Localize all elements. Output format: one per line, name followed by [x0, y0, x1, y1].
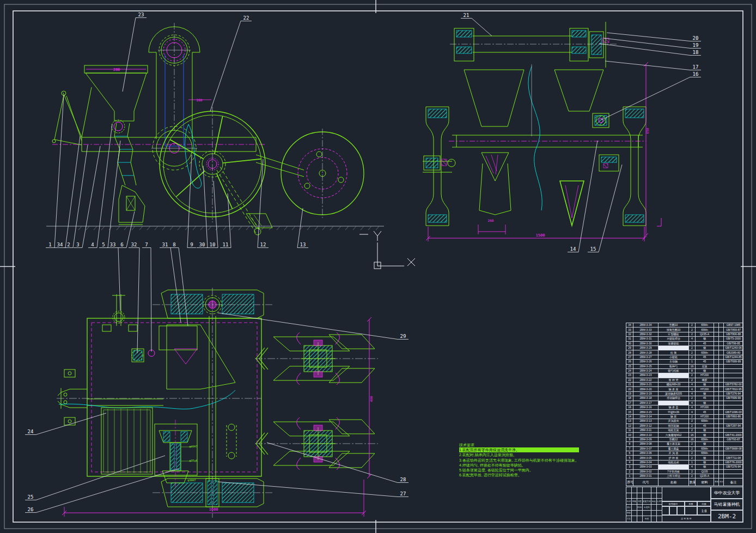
callout-5: 5 — [102, 242, 105, 247]
bom-row: 82BM-3-08覆土器支架2钢 — [626, 442, 743, 446]
bom-row: 162BM-3-16轴 承 盖4HT200 — [626, 405, 743, 410]
dimension-text: 260 — [488, 219, 494, 222]
bom-row: 152BM-3-15平键8×36445GB/T1096-03 — [626, 410, 743, 414]
callout-22: 22 — [243, 15, 249, 21]
note-item: 1.装配前所有零件用煤油清洗干净。 — [459, 447, 579, 452]
note-item: 5.链条张紧适度, 各链轮应位于同一平面内。 — [459, 468, 579, 473]
callout-6: 6 — [120, 242, 123, 247]
bom-row: 112BM-3-11地轮支架2钢 — [626, 428, 743, 432]
dimension-text: 260 — [197, 98, 203, 102]
callout-26: 26 — [28, 507, 34, 512]
note-item: 4.焊缝均匀, 焊接处不得有裂纹等缺陷。 — [459, 463, 579, 468]
mass-label: 质量 — [685, 501, 697, 506]
callout-8: 8 — [173, 242, 175, 247]
dimension-text: φ35g6 — [189, 459, 197, 463]
bom-row: 252BM-3-25取种勺16尼龙 — [626, 364, 743, 368]
bom-row: 122BM-3-12镇压轮轴245GB/T297-94 — [626, 423, 743, 428]
note-item: 3.各运动件运转灵活无卡滞现象, 工作部件与机架不得有干涉碰撞现象。 — [459, 458, 579, 463]
sheet-count: 共 张 第 张 — [662, 515, 711, 522]
bom-row: 132BM-3-13开沟器尖265Mn — [626, 419, 743, 423]
callout-33: 33 — [110, 242, 116, 247]
callout-10: 10 — [210, 242, 216, 247]
callout-25: 25 — [28, 494, 34, 500]
callout-3: 3 — [76, 242, 79, 247]
bom-row: 322BM-3-32U 型螺栓2Q235-AGB/T806-88 — [626, 332, 743, 336]
bom-row: 102BM-3-10六角螺母M1216钢GB/T41-2000 — [626, 433, 743, 437]
callout-29: 29 — [400, 334, 406, 339]
bom-row: 292BM-3-29排种链条2钢GB/T1243-06 — [626, 346, 743, 350]
callout-15: 15 — [590, 246, 596, 252]
bom-header-row: 序号代号名称数量材料单件总计备注 — [626, 479, 743, 486]
dimension-text: 200 — [113, 68, 120, 72]
bom-row: 192BM-3-19滚动轴承62054钢GB/T276-94 — [626, 391, 743, 396]
callout-12: 12 — [260, 242, 266, 247]
callout-32: 32 — [131, 242, 137, 247]
bom-row: 232BM-3-23排种轴承座2HT200 — [626, 373, 743, 378]
callout-16: 16 — [693, 71, 699, 77]
callout-30: 30 — [199, 242, 205, 247]
notes-title: 技术要求 — [459, 443, 579, 447]
bom-row: 282BM-3-28拉 簧265MnGB2089-80 — [626, 350, 743, 355]
callout-13: 13 — [300, 242, 306, 247]
dimension-text: 400 — [369, 396, 373, 402]
callout-27: 27 — [400, 491, 406, 496]
dimension-text: 1500 — [536, 233, 545, 238]
callout-23: 23 — [138, 12, 144, 17]
callout-4: 4 — [91, 242, 94, 247]
drawing-scale: 1:8 — [697, 506, 711, 515]
callout-11: 11 — [223, 242, 229, 247]
callout-19: 19 — [693, 43, 699, 48]
callout-18: 18 — [693, 50, 699, 55]
title-block-revision-grid: 标记处数分区更改文件号签名年月日设计2014-05标准化审核工艺批准 — [626, 487, 662, 522]
callout-17: 17 — [693, 64, 699, 70]
dimension-text: 1600 — [209, 507, 218, 512]
bom-row: 342BM-3-34垫圈10265MnGB97-1985 — [626, 323, 743, 328]
bom-table: 342BM-3-34垫圈10265MnGB97-1985332BM-3-33弹簧… — [626, 323, 743, 486]
bom-row: 42BM-3-04地轮总成1钢GB/T76-2000 — [626, 460, 743, 464]
callout-2: 2 — [67, 242, 70, 247]
bom-row: 202BM-3-20轴 承 座4HT200GB/T7810-95 — [626, 387, 743, 391]
bom-row: 242BM-3-24链勺托板8钢 — [626, 368, 743, 373]
bom-row: 262BM-3-26主动轴145GB/T699-99 — [626, 360, 743, 364]
top-view — [57, 288, 378, 518]
callout-14: 14 — [570, 246, 576, 252]
bom-row: 52BM-3-05护 种 板2钢GB/T711-08 — [626, 456, 743, 460]
bom-row: 22BM-3-027字形挡板2Q235 — [626, 469, 743, 474]
technical-notes: 技术要求 1.装配前所有零件用煤油清洗干净。2.装配时,轴承内注入适量润滑脂。3… — [459, 443, 579, 477]
bom-row: 312BM-3-31大链轮焊合4钢GB/T5-2000 — [626, 337, 743, 341]
front-view — [423, 22, 661, 241]
scale-label: 比例 — [697, 501, 711, 506]
bom-row: 302BM-3-30张紧链轮145GB/T99-85 — [626, 341, 743, 346]
drawing-number: 2BM-2 — [711, 510, 743, 522]
dimension-text: φ30H7 — [187, 479, 196, 482]
cad-drawing-sheet: { "colors":{"bg":"#1e242e","green":"#7ce… — [0, 0, 756, 533]
dimension-text: 650 — [645, 128, 649, 134]
bom-row: 62BM-3-06开 沟 器265Mn — [626, 451, 743, 455]
callout-34: 34 — [57, 242, 63, 247]
title-block-empty-box — [662, 487, 711, 501]
callout-leaders — [25, 18, 701, 513]
bom-row: 182BM-3-18传动轴焊合245GB/T699-99 — [626, 396, 743, 401]
callout-28: 28 — [400, 477, 406, 482]
bom-row: 72BM-3-07覆土圆盘265MnGB/T5668-08 — [626, 446, 743, 451]
ucs-icon — [359, 231, 415, 269]
bom-row: 142BM-3-14轴 套2HT200GB/T893-86 — [626, 414, 743, 419]
callout-21: 21 — [464, 13, 470, 18]
bom-row: 332BM-3-33弹簧垫圈10265MnGB/T859-87 — [626, 328, 743, 332]
title-block: 标记处数分区更改文件号签名年月日设计2014-05标准化审核工艺批准 阶段标记 … — [626, 487, 743, 522]
bom-row: 12BM-3-01上料斗焊合2Q235-A — [626, 474, 743, 478]
callout-20: 20 — [693, 35, 699, 41]
note-item: 6.装配完毕后, 进行空运转试验检查。 — [459, 473, 579, 477]
drawing-title: 马铃薯播种机 — [711, 499, 743, 510]
callout-9: 9 — [190, 242, 193, 247]
bom-row: 32BM-3-03滚动轴承62044钢GB/T276-94 — [626, 465, 743, 469]
callout-7: 7 — [145, 242, 148, 247]
bom-row: 272BM-3-27小链轮245GB/T1244-85 — [626, 355, 743, 359]
callout-31: 31 — [162, 242, 168, 247]
note-item: 2.装配时,轴承内注入适量润滑脂。 — [459, 452, 579, 457]
callout-1: 1 — [48, 242, 51, 247]
bom-row: 92BM-3-09垫圈121665MnGB/T93-87 — [626, 437, 743, 441]
bom-row: 172BM-3-17取种链总成4钢 — [626, 401, 743, 405]
bom-row: 212BM-3-21螺栓M8×204钢GB/T5782-00 — [626, 383, 743, 387]
dimension-text: φ40H7 — [189, 445, 197, 449]
